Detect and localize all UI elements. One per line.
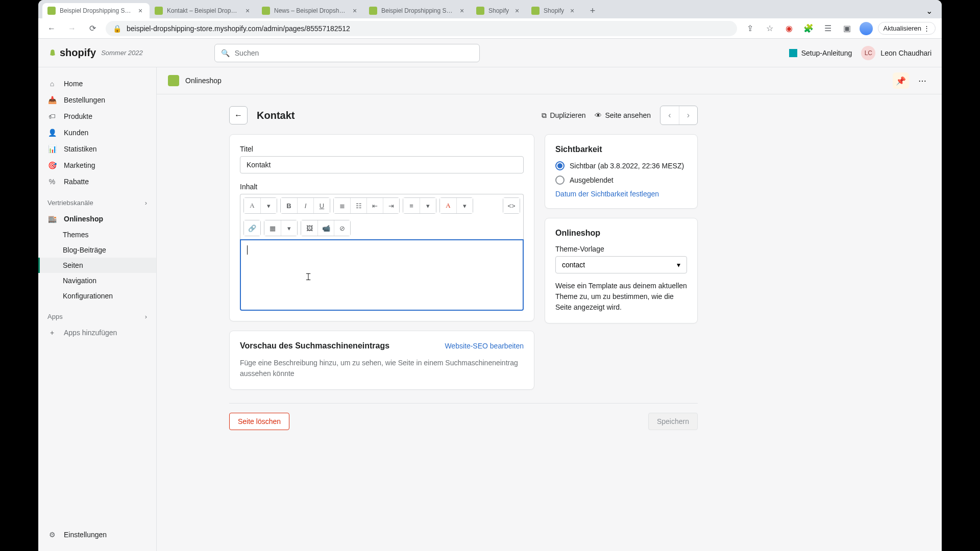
html-button[interactable]: <> [503,198,520,213]
chevron-down-icon: ▾ [677,261,680,269]
format-dropdown[interactable]: ▾ [260,198,277,213]
more-button[interactable]: ⋯ [914,72,930,89]
italic-button[interactable]: I [297,198,313,213]
sidebar-item-products[interactable]: 🏷Produkte [38,108,156,124]
favicon-icon [155,7,163,15]
search-icon: 🔍 [221,49,230,57]
underline-button[interactable]: U [313,198,330,213]
browser-tab[interactable]: News – Beispiel Dropshipp × [257,3,364,18]
tabs-dropdown-icon[interactable]: ⌄ [921,6,938,16]
duplicate-button[interactable]: ⧉ Duplizieren [542,111,585,120]
tab-title: Beispiel Dropshipping Store [60,7,132,14]
sidebar-item-pages[interactable]: Seiten [38,258,156,273]
copy-icon: ⧉ [542,111,547,120]
extensions-icon[interactable]: 🧩 [801,21,816,36]
outdent-button[interactable]: ⇤ [366,198,383,213]
close-icon[interactable]: × [568,7,576,15]
star-icon[interactable]: ☆ [763,21,777,36]
sidebar-icon[interactable]: ▣ [840,21,854,36]
search-input[interactable]: 🔍 Suchen [214,44,480,62]
new-tab-button[interactable]: + [585,4,600,18]
reading-list-icon[interactable]: ☰ [821,21,835,36]
next-page-button[interactable]: › [679,106,697,124]
text-cursor-icon: 𝙸 [305,271,312,283]
sidebar-item-preferences[interactable]: Konfigurationen [38,288,156,304]
sidebar-item-customers[interactable]: 👤Kunden [38,124,156,141]
shopify-logo[interactable]: shopify [48,47,96,59]
sidebar-item-label: Seiten [63,261,83,269]
favicon-icon [47,7,56,15]
align-button[interactable]: ≡ [403,198,420,213]
back-button[interactable]: ← [229,106,248,124]
view-page-button[interactable]: 👁 Seite ansehen [595,111,651,119]
sidebar-item-blog[interactable]: Blog-Beiträge [38,242,156,258]
editor-toolbar: A ▾ B I U ≣ [240,194,524,239]
close-icon[interactable]: × [243,7,252,15]
content-editor[interactable]: 𝙸 [240,239,524,311]
sidebar-item-onlinestore[interactable]: 🏬Onlineshop [38,211,156,227]
table-button[interactable]: ▦ [264,220,281,236]
pager: ‹ › [660,106,698,125]
table-dropdown[interactable]: ▾ [281,220,297,236]
sidebar-item-add-apps[interactable]: +Apps hinzufügen [38,324,156,341]
format-button[interactable]: A [244,198,260,213]
bullet-list-button[interactable]: ≣ [334,198,350,213]
season-badge: Sommer 2022 [101,49,143,57]
browser-tab[interactable]: Beispiel Dropshipping Store × [42,3,150,18]
indent-button[interactable]: ⇥ [383,198,399,213]
reload-icon[interactable]: ⟳ [85,21,100,36]
user-menu[interactable]: LC Leon Chaudhari [861,46,932,60]
sidebar-section-label: Apps [47,313,63,320]
browser-tab[interactable]: Shopify × [471,3,526,18]
color-dropdown[interactable]: ▾ [456,198,473,213]
pin-button[interactable]: 📌 [893,72,909,89]
sidebar-item-label: Blog-Beiträge [63,246,106,254]
share-icon[interactable]: ⇪ [743,21,757,36]
sidebar-section-channels[interactable]: Vertriebskanäle › [38,195,156,211]
visibility-card: Sichtbarkeit Sichtbar (ab 3.8.2022, 22:3… [545,134,698,209]
clear-format-button[interactable]: ⊘ [334,220,350,236]
back-icon[interactable]: ← [44,21,59,36]
template-value: contact [562,261,585,269]
browser-tab[interactable]: Kontakt – Beispiel Dropshipp × [150,3,257,18]
profile-avatar[interactable] [860,22,873,35]
seo-edit-link[interactable]: Website-SEO bearbeiten [445,342,524,350]
image-button[interactable]: 🖼 [301,220,317,236]
visibility-hidden-radio[interactable]: Ausgeblendet [555,176,687,185]
title-label: Titel [240,145,524,153]
sidebar-item-discounts[interactable]: %Rabatte [38,173,156,190]
visibility-visible-radio[interactable]: Sichtbar (ab 3.8.2022, 22:36 MESZ) [555,161,687,170]
delete-page-button[interactable]: Seite löschen [229,413,289,430]
setup-guide-link[interactable]: Setup-Anleitung [789,49,852,57]
link-button[interactable]: 🔗 [244,220,260,236]
close-icon[interactable]: × [458,7,466,15]
close-icon[interactable]: × [351,7,359,15]
title-input[interactable] [240,156,524,173]
url-input[interactable]: 🔒 beispiel-dropshipping-store.myshopify.… [106,21,737,36]
sidebar-item-orders[interactable]: 📥Bestellungen [38,92,156,108]
close-icon[interactable]: × [513,7,521,15]
sidebar-item-navigation[interactable]: Navigation [38,273,156,288]
template-select[interactable]: contact ▾ [555,256,687,273]
browser-tab[interactable]: Shopify × [526,3,581,18]
close-icon[interactable]: × [136,7,144,15]
sidebar-item-home[interactable]: ⌂Home [38,76,156,92]
sidebar-section-apps[interactable]: Apps › [38,309,156,324]
update-button[interactable]: Aktualisieren ⋮ [878,22,936,35]
forward-icon[interactable]: → [65,21,79,36]
app-header: shopify Sommer 2022 🔍 Suchen Setup-Anlei… [38,39,942,67]
video-button[interactable]: 📹 [317,220,334,236]
bold-button[interactable]: B [281,198,297,213]
sidebar-item-settings[interactable]: ⚙Einstellungen [38,527,156,543]
schedule-visibility-link[interactable]: Datum der Sichtbarkeit festlegen [555,190,687,198]
prev-page-button[interactable]: ‹ [660,106,679,124]
extension-icon[interactable]: ◉ [782,21,796,36]
align-dropdown[interactable]: ▾ [420,198,436,213]
save-button[interactable]: Speichern [648,413,698,430]
color-button[interactable]: A [440,198,456,213]
browser-tab[interactable]: Beispiel Dropshipping Store × [364,3,471,18]
sidebar-item-themes[interactable]: Themes [38,227,156,242]
sidebar-item-analytics[interactable]: 📊Statistiken [38,141,156,157]
sidebar-item-marketing[interactable]: 🎯Marketing [38,157,156,173]
numbered-list-button[interactable]: ☷ [350,198,366,213]
